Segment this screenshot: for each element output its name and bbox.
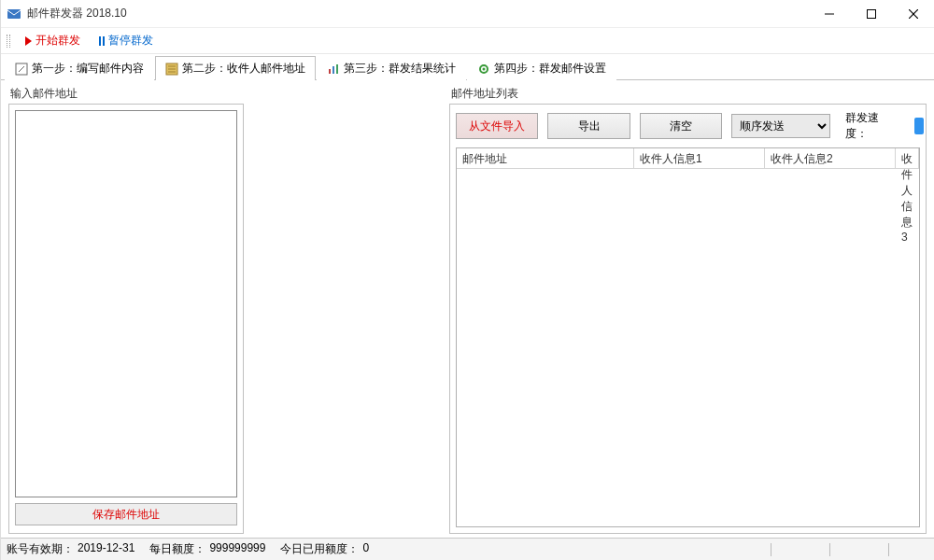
close-button[interactable] (892, 0, 934, 28)
svg-rect-2 (867, 10, 875, 19)
tab-label: 第一步：编写邮件内容 (32, 61, 144, 77)
main-toolbar: 开始群发 暂停群发 (1, 28, 934, 54)
slider-thumb[interactable] (914, 118, 924, 134)
svg-rect-11 (333, 66, 334, 74)
tab-label: 第二步：收件人邮件地址 (182, 61, 305, 77)
status-bar: 账号有效期： 2019-12-31 每日额度： 999999999 今日已用额度… (1, 538, 934, 560)
tab-step3[interactable]: 第三步：群发结果统计 (317, 56, 466, 80)
save-address-button[interactable]: 保存邮件地址 (15, 503, 237, 525)
tab-step2[interactable]: 第二步：收件人邮件地址 (155, 56, 316, 80)
svg-rect-0 (7, 9, 21, 19)
col-info1[interactable]: 收件人信息1 (634, 148, 765, 168)
svg-point-14 (483, 67, 486, 70)
start-send-button[interactable]: 开始群发 (20, 31, 86, 50)
col-info2[interactable]: 收件人信息2 (765, 148, 896, 168)
send-order-select[interactable]: 顺序发送 (731, 114, 830, 138)
toolbar-grip (7, 35, 10, 48)
used-label: 今日已用额度： (280, 541, 359, 557)
stats-icon (327, 63, 340, 76)
import-from-file-button[interactable]: 从文件导入 (456, 113, 538, 139)
export-button[interactable]: 导出 (547, 113, 630, 139)
svg-rect-10 (329, 69, 331, 74)
list-icon (165, 63, 178, 76)
address-list-label: 邮件地址列表 (451, 86, 927, 102)
table-body[interactable] (457, 169, 919, 526)
address-input[interactable] (15, 110, 237, 497)
status-separators (771, 543, 928, 556)
clear-button[interactable]: 清空 (640, 113, 722, 139)
col-address[interactable]: 邮件地址 (457, 148, 634, 168)
col-info3[interactable]: 收件人信息3 (896, 148, 919, 168)
valid-value: 2019-12-31 (78, 541, 134, 557)
tab-step4[interactable]: 第四步：群发邮件设置 (467, 56, 616, 80)
pause-send-label: 暂停群发 (108, 33, 153, 49)
tab-step1[interactable]: 第一步：编写邮件内容 (5, 56, 154, 80)
app-icon (7, 7, 21, 21)
tab-label: 第四步：群发邮件设置 (494, 61, 606, 77)
gear-icon (477, 63, 490, 76)
maximize-button[interactable] (850, 0, 892, 28)
input-address-label: 输入邮件地址 (10, 86, 444, 102)
minimize-button[interactable] (808, 0, 850, 28)
pause-icon (99, 36, 105, 46)
quota-label: 每日额度： (149, 541, 205, 557)
svg-rect-12 (336, 64, 338, 74)
titlebar: 邮件群发器 2018.10 (1, 0, 934, 28)
pause-send-button[interactable]: 暂停群发 (93, 31, 159, 50)
valid-label: 账号有效期： (7, 541, 74, 557)
edit-icon (15, 63, 28, 76)
start-send-label: 开始群发 (35, 33, 80, 49)
step-tabs: 第一步：编写邮件内容 第二步：收件人邮件地址 第三步：群发结果统计 第四步：群发… (1, 54, 934, 80)
address-table: 邮件地址 收件人信息1 收件人信息2 收件人信息3 (456, 147, 920, 527)
tab-label: 第三步：群发结果统计 (344, 61, 456, 77)
window-title: 邮件群发器 2018.10 (27, 6, 808, 21)
play-icon (25, 36, 32, 46)
used-value: 0 (362, 541, 369, 557)
speed-label: 群发速度： (845, 110, 899, 142)
quota-value: 999999999 (209, 541, 265, 557)
